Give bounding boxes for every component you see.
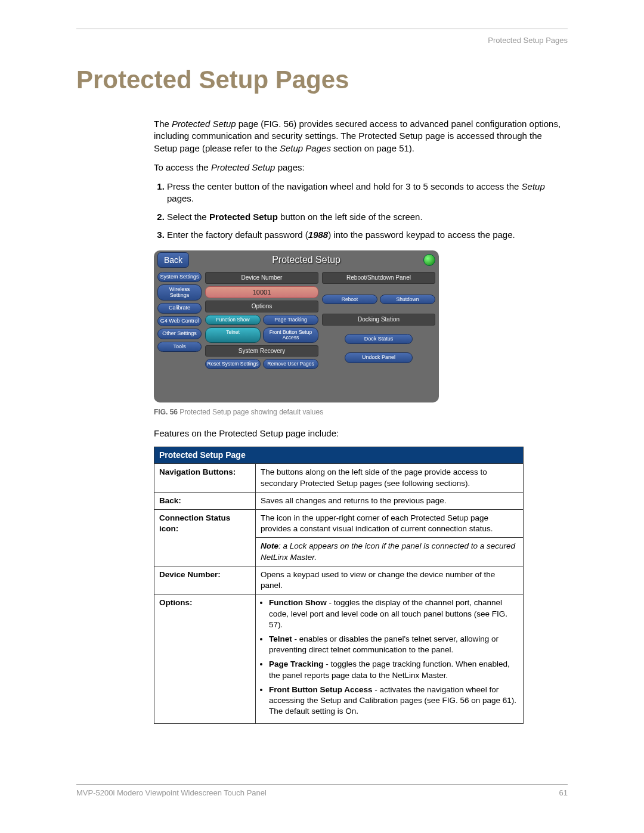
- steps-list: Press the center button of the navigatio…: [154, 181, 568, 241]
- intro-paragraph-1: The Protected Setup page (FIG. 56) provi…: [154, 118, 568, 154]
- ss-dock-status-button[interactable]: Dock Status: [345, 334, 413, 344]
- footer-left: MVP-5200i Modero Viewpoint Widescreen To…: [76, 788, 267, 797]
- ss-reboot-button[interactable]: Reboot: [322, 295, 377, 305]
- ss-reboot-shutdown-title: Reboot/Shutdown Panel: [322, 272, 435, 284]
- ss-nav-wireless-settings[interactable]: Wireless Settings: [157, 284, 202, 301]
- row-desc-nav: The buttons along on the left side of th…: [256, 464, 524, 492]
- ss-shutdown-button[interactable]: Shutdown: [380, 295, 435, 305]
- ss-nav-g4-web-control[interactable]: G4 Web Control: [157, 316, 202, 326]
- ss-device-number-value[interactable]: 10001: [205, 286, 318, 299]
- row-label-options: Options:: [154, 594, 256, 724]
- ss-undock-panel-button[interactable]: Undock Panel: [345, 352, 413, 363]
- option-page-tracking: Page Tracking - toggles the page trackin…: [269, 659, 518, 680]
- row-desc-device-number: Opens a keypad used to view or change th…: [256, 566, 524, 594]
- table-row: Device Number: Opens a keypad used to vi…: [154, 566, 524, 594]
- ss-connection-led-icon: [423, 254, 435, 266]
- page-title: Protected Setup Pages: [76, 66, 568, 94]
- option-front-button: Front Button Setup Access - activates th…: [269, 685, 518, 717]
- figure-screenshot: Back Protected Setup System Settings Wir…: [154, 250, 439, 402]
- intro-paragraph-2: To access the Protected Setup pages:: [154, 162, 568, 174]
- ss-nav-tools[interactable]: Tools: [157, 342, 202, 352]
- table-header: Protected Setup Page: [154, 447, 524, 464]
- ss-telnet-button[interactable]: Telnet: [205, 327, 261, 343]
- table-row: Connection Status icon: The icon in the …: [154, 509, 524, 537]
- table-row: Options: Function Show - toggles the dis…: [154, 594, 524, 724]
- ss-page-tracking-button[interactable]: Page Tracking: [263, 315, 318, 325]
- footer-page-number: 61: [559, 788, 568, 797]
- ss-options-title: Options: [205, 301, 318, 312]
- feature-table: Protected Setup Page Navigation Buttons:…: [154, 447, 524, 724]
- row-label-device-number: Device Number:: [154, 566, 256, 594]
- step-2: Select the Protected Setup button on the…: [167, 211, 568, 223]
- features-intro: Features on the Protected Setup page inc…: [154, 428, 568, 439]
- header-rule: [76, 29, 568, 29]
- header-section: Protected Setup Pages: [488, 36, 568, 45]
- ss-nav-other-settings[interactable]: Other Settings: [157, 329, 202, 339]
- ss-system-recovery-title: System Recovery: [205, 345, 318, 357]
- table-row: Back: Saves all changes and returns to t…: [154, 492, 524, 509]
- ss-device-number-title: Device Number: [205, 272, 318, 284]
- step-1: Press the center button of the navigatio…: [167, 181, 568, 205]
- row-desc-options: Function Show - toggles the display of t…: [256, 594, 524, 724]
- ss-nav-system-settings[interactable]: System Settings: [157, 272, 202, 282]
- row-note-connection: Note: a Lock appears on the icon if the …: [256, 538, 524, 566]
- ss-function-show-button[interactable]: Function Show: [205, 315, 261, 325]
- step-3: Enter the factory default password (1988…: [167, 229, 568, 241]
- option-function-show: Function Show - toggles the display of t…: [269, 597, 518, 630]
- option-telnet: Telnet - enables or disables the panel's…: [269, 634, 518, 655]
- row-desc-back: Saves all changes and returns to the pre…: [256, 492, 524, 509]
- figure-caption: FIG. 56 Protected Setup page showing def…: [154, 407, 568, 417]
- row-desc-connection: The icon in the upper-right corner of ea…: [256, 509, 524, 537]
- ss-remove-user-pages-button[interactable]: Remove User Pages: [263, 359, 318, 369]
- table-row: Navigation Buttons: The buttons along on…: [154, 464, 524, 492]
- row-label-nav: Navigation Buttons:: [154, 464, 256, 492]
- ss-title: Protected Setup: [194, 253, 419, 267]
- ss-nav-calibrate[interactable]: Calibrate: [157, 303, 202, 313]
- ss-docking-station-title: Docking Station: [322, 314, 435, 326]
- row-label-back: Back:: [154, 492, 256, 509]
- ss-back-button[interactable]: Back: [157, 252, 189, 268]
- row-label-connection: Connection Status icon:: [154, 509, 256, 566]
- page-footer: MVP-5200i Modero Viewpoint Widescreen To…: [76, 784, 568, 797]
- ss-front-button-setup[interactable]: Front Button Setup Access: [263, 327, 318, 343]
- ss-reset-system-button[interactable]: Reset System Settings: [205, 359, 261, 369]
